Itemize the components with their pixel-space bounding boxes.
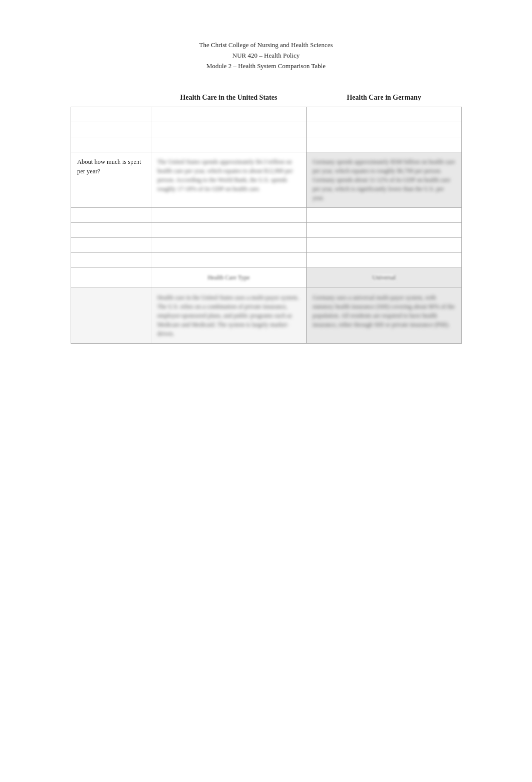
us-type-cell: Health care in the United States uses a … (151, 288, 307, 344)
header-line1: The Christ College of Nursing and Health… (50, 40, 482, 51)
germany-spending-text: Germany spends approximately $500 billio… (313, 157, 455, 202)
spacer-row-5 (71, 223, 462, 238)
comparison-table: Health Care in the United States Health … (71, 87, 462, 344)
spacer-row-6 (71, 238, 462, 253)
germany-spending-cell: Germany spends approximately $500 billio… (307, 152, 462, 208)
spacer-row-4 (71, 208, 462, 223)
spacer-row-2 (71, 122, 462, 137)
us-spending-cell: The United States spends approximately $… (151, 152, 307, 208)
germany-header: Health Care in Germany (307, 87, 462, 107)
us-header: Health Care in the United States (151, 87, 307, 107)
column-headers: Health Care in the United States Health … (71, 87, 462, 107)
row-label-spending: About how much is spent per year? (71, 152, 151, 208)
us-type-text: Health care in the United States uses a … (157, 293, 300, 338)
header-line2: NUR 420 – Health Policy (50, 51, 482, 61)
page: The Christ College of Nursing and Health… (0, 0, 532, 782)
label-header (71, 87, 151, 107)
us-type-header: Health Care Type (207, 274, 249, 281)
table-row: About how much is spent per year? The Un… (71, 152, 462, 208)
spacer-row-1 (71, 107, 462, 122)
document-header: The Christ College of Nursing and Health… (50, 40, 482, 71)
row-label-type (71, 288, 151, 344)
table-row-type: Health care in the United States uses a … (71, 288, 462, 344)
header-line3: Module 2 – Health System Comparison Tabl… (50, 61, 482, 72)
germany-type-header: Universal (372, 274, 396, 281)
spacer-row-7 (71, 253, 462, 268)
us-spending-text: The United States spends approximately $… (157, 157, 300, 193)
germany-type-cell: Germany uses a universal multi-payer sys… (307, 288, 462, 344)
spacer-row-3 (71, 137, 462, 152)
germany-type-text: Germany uses a universal multi-payer sys… (313, 293, 455, 329)
table-container: Health Care in the United States Health … (71, 87, 461, 344)
type-header-row: Health Care Type Universal (71, 268, 462, 288)
